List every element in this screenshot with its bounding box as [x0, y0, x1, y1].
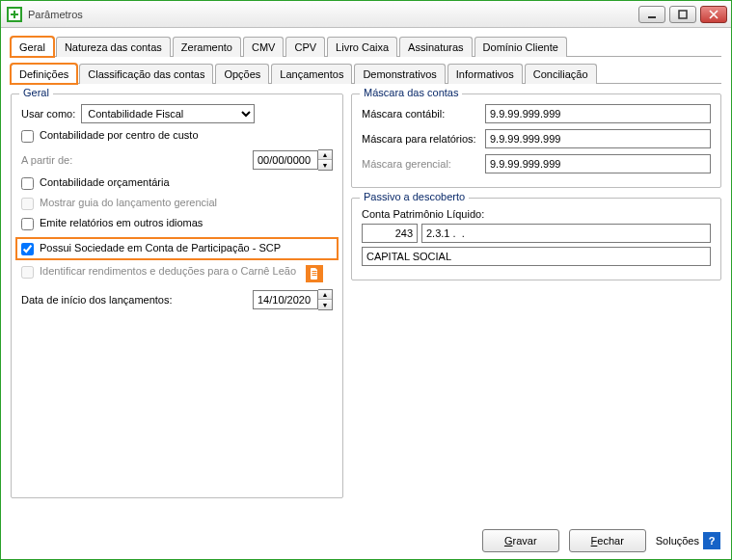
- a-partir-de-spin-up[interactable]: ▲: [318, 150, 332, 160]
- solucoes-label: Soluções: [656, 535, 699, 547]
- tabs-main: GeralNatureza das contasZeramentoCMVCPVL…: [11, 36, 721, 57]
- maximize-button[interactable]: [669, 6, 696, 23]
- group-mascara-title: Máscara das contas: [360, 87, 462, 98]
- group-passivo: Passivo a descoberto Conta Patrimônio Lí…: [351, 198, 721, 280]
- passivo-conta-label: Conta Patrimônio Líquido:: [362, 208, 484, 220]
- passivo-conta-name[interactable]: [362, 247, 711, 266]
- label-outros-idiomas: Emite relatórios em outros idiomas: [40, 217, 203, 228]
- passivo-conta-num[interactable]: [362, 224, 418, 243]
- carne-leao-badge-icon[interactable]: [306, 265, 323, 282]
- label-carne-leao: Identificar rendimentos e deduções para …: [40, 265, 296, 277]
- data-inicio-input[interactable]: [253, 290, 318, 309]
- tab-main-livro[interactable]: Livro Caixa: [327, 37, 397, 57]
- passivo-conta-code[interactable]: [421, 224, 711, 243]
- data-inicio-spin-down[interactable]: ▼: [318, 300, 332, 309]
- tab-main-geral[interactable]: Geral: [11, 37, 54, 57]
- data-inicio-label: Data de início dos lançamentos:: [21, 294, 247, 306]
- group-geral: Geral Usar como: Contabilidade Fiscal Co…: [11, 93, 343, 498]
- tab-sub-lanc[interactable]: Lançamentos: [271, 64, 352, 84]
- footer: Gravar Fechar Soluções ?: [482, 529, 720, 552]
- svg-rect-1: [679, 11, 687, 18]
- tab-main-cpv[interactable]: CPV: [285, 37, 325, 57]
- tab-main-zeramento[interactable]: Zeramento: [173, 37, 241, 57]
- checkbox-centro-custo[interactable]: [21, 130, 34, 143]
- group-passivo-title: Passivo a descoberto: [360, 191, 469, 202]
- checkbox-outros-idiomas[interactable]: [21, 218, 34, 230]
- tab-sub-opcoes[interactable]: Opções: [215, 64, 269, 84]
- tab-main-assin[interactable]: Assinaturas: [399, 37, 472, 57]
- mascara-contabil-label: Máscara contábil:: [362, 108, 485, 120]
- label-orcamentaria: Contabilidade orçamentária: [40, 176, 170, 188]
- help-icon: ?: [703, 532, 720, 549]
- checkbox-scp[interactable]: [21, 243, 34, 255]
- usar-como-select[interactable]: Contabilidade Fiscal: [81, 104, 255, 123]
- label-centro-custo: Contabilidade por centro de custo: [40, 129, 199, 141]
- a-partir-de-label: A partir de:: [21, 154, 247, 166]
- group-geral-title: Geral: [19, 87, 53, 98]
- close-button[interactable]: [700, 6, 727, 23]
- mascara-gerencial-label: Máscara gerencial:: [362, 158, 485, 170]
- a-partir-de-spin-down[interactable]: ▼: [318, 160, 332, 170]
- tab-sub-info[interactable]: Informativos: [447, 64, 523, 84]
- checkbox-mostrar-guia: [21, 198, 34, 210]
- mascara-contabil-input[interactable]: [485, 104, 711, 123]
- label-mostrar-guia: Mostrar guia do lançamento gerencial: [40, 197, 217, 208]
- checkbox-carne-leao: [21, 266, 34, 279]
- tabs-sub: DefiniçõesClassificação das contasOpções…: [11, 63, 721, 84]
- tab-sub-class[interactable]: Classificação das contas: [79, 64, 213, 84]
- a-partir-de-input[interactable]: [253, 150, 318, 170]
- content-area: GeralNatureza das contasZeramentoCMVCPVL…: [1, 28, 731, 516]
- mascara-relatorios-input[interactable]: [485, 129, 711, 148]
- svg-rect-0: [648, 16, 656, 18]
- tab-sub-definicoes[interactable]: Definições: [11, 64, 77, 84]
- mascara-gerencial-input[interactable]: [485, 154, 711, 173]
- fechar-button[interactable]: Fechar: [569, 529, 646, 552]
- tab-main-natureza[interactable]: Natureza das contas: [56, 37, 171, 57]
- minimize-button[interactable]: [638, 6, 665, 23]
- tab-sub-demo[interactable]: Demonstrativos: [354, 64, 445, 84]
- svg-rect-3: [312, 273, 317, 274]
- tab-main-cmv[interactable]: CMV: [243, 37, 284, 57]
- window-buttons: [638, 6, 727, 23]
- titlebar: Parâmetros: [1, 1, 731, 28]
- group-mascara: Máscara das contas Máscara contábil: Más…: [351, 93, 721, 188]
- mascara-relatorios-label: Máscara para relatórios:: [362, 133, 485, 145]
- window-title: Parâmetros: [28, 9, 638, 20]
- svg-rect-2: [312, 271, 317, 272]
- tab-sub-concil[interactable]: Conciliação: [525, 64, 597, 84]
- app-icon: [7, 7, 22, 22]
- tab-main-dominio[interactable]: Domínio Cliente: [474, 37, 567, 57]
- checkbox-orcamentaria[interactable]: [21, 177, 34, 190]
- solucoes-link[interactable]: Soluções ?: [656, 532, 720, 549]
- data-inicio-spin-up[interactable]: ▲: [318, 290, 332, 300]
- gravar-button[interactable]: Gravar: [482, 529, 559, 552]
- label-scp: Possui Sociedade em Conta de Participaçã…: [40, 242, 281, 253]
- svg-rect-4: [312, 275, 317, 276]
- usar-como-label: Usar como:: [21, 108, 75, 120]
